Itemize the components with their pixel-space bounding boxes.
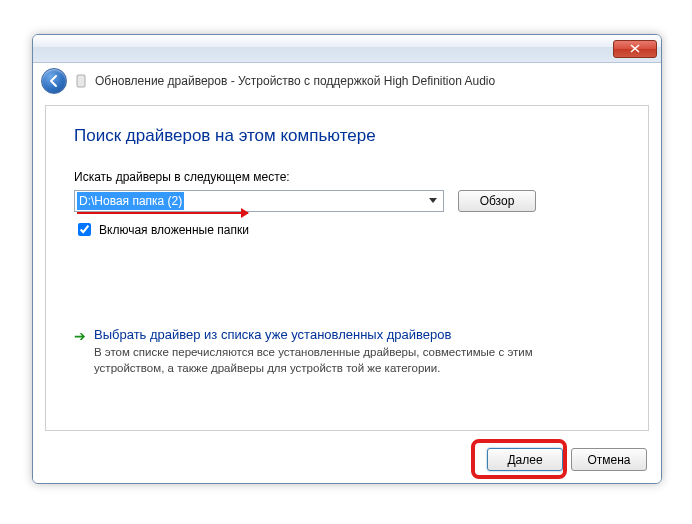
titlebar — [33, 35, 661, 63]
path-row: D:\Новая папка (2) Обзор — [74, 190, 620, 212]
arrow-right-icon: ➔ — [74, 327, 86, 345]
path-value: D:\Новая папка (2) — [77, 192, 184, 210]
window-body: Обновление драйверов - Устройство с подд… — [33, 63, 661, 483]
path-label: Искать драйверы в следующем месте: — [74, 170, 620, 184]
cancel-button[interactable]: Отмена — [571, 448, 647, 471]
nav-bar: Обновление драйверов - Устройство с подд… — [33, 63, 661, 99]
content-panel: Поиск драйверов на этом компьютере Искат… — [45, 105, 649, 431]
annotation-underline — [77, 212, 248, 214]
device-icon — [73, 73, 89, 89]
include-subfolders-label: Включая вложенные папки — [99, 223, 249, 237]
page-headline: Поиск драйверов на этом компьютере — [74, 126, 620, 146]
wizard-buttons: Далее Отмена — [487, 448, 647, 471]
browse-button[interactable]: Обзор — [458, 190, 536, 212]
pick-from-list-option[interactable]: ➔ Выбрать драйвер из списка уже установл… — [74, 327, 620, 376]
svg-rect-0 — [77, 75, 85, 87]
window-title: Обновление драйверов - Устройство с подд… — [95, 74, 495, 88]
back-button[interactable] — [41, 68, 67, 94]
option-description: В этом списке перечисляются все установл… — [94, 345, 554, 376]
include-subfolders-row: Включая вложенные папки — [74, 220, 620, 239]
close-icon — [630, 44, 640, 53]
back-arrow-icon — [47, 74, 61, 88]
wizard-window: Обновление драйверов - Устройство с подд… — [32, 34, 662, 484]
close-button[interactable] — [613, 40, 657, 58]
option-title: Выбрать драйвер из списка уже установлен… — [94, 327, 554, 342]
dropdown-arrow-icon[interactable] — [425, 198, 441, 204]
path-combobox[interactable]: D:\Новая папка (2) — [74, 190, 444, 212]
include-subfolders-checkbox[interactable] — [78, 223, 91, 236]
next-button[interactable]: Далее — [487, 448, 563, 471]
